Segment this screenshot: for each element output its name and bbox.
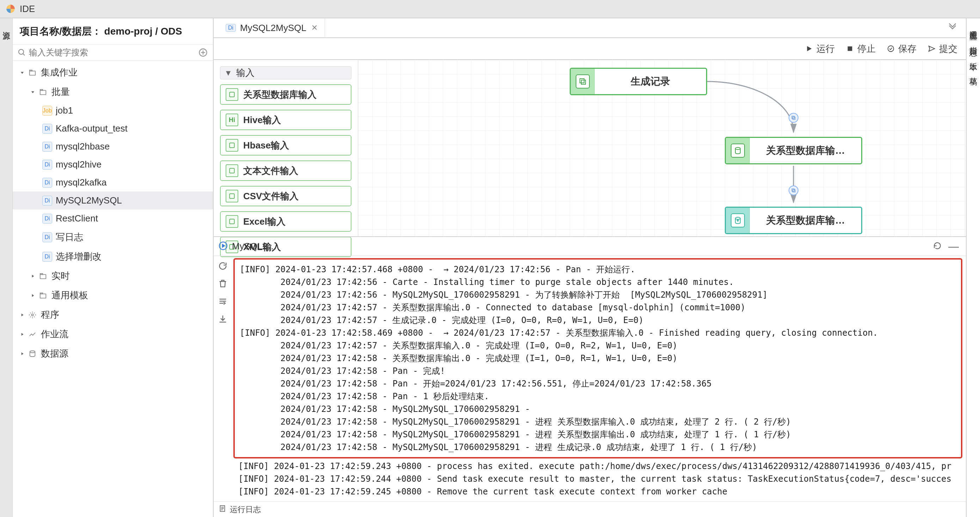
tree-item[interactable]: 数据源: [13, 344, 213, 363]
palette-item-icon: [226, 139, 238, 152]
console-tools: [214, 256, 232, 501]
tree-item[interactable]: DiRestClient: [13, 209, 213, 227]
tree-item-label: mysql2hbase: [56, 141, 207, 152]
palette-item[interactable]: Hbase输入: [220, 135, 352, 156]
right-rail-item[interactable]: 版本: [968, 50, 978, 65]
right-rail-item[interactable]: 草稿: [968, 65, 978, 79]
canvas-node[interactable]: 生成记录: [570, 68, 707, 95]
svg-point-39: [735, 217, 740, 219]
expand-tabs-icon[interactable]: [944, 22, 961, 34]
tree-item-label: 作业流: [41, 328, 207, 340]
tree-item-label: MySQL2MySQL: [56, 195, 207, 206]
canvas-node[interactable]: 关系型数据库输…: [725, 207, 862, 234]
tree-item[interactable]: 批量: [13, 82, 213, 102]
tab-label: MySQL2MySQL: [240, 22, 306, 34]
stop-button[interactable]: 停止: [846, 43, 876, 55]
palette-item[interactable]: 关系型数据库输入: [220, 84, 352, 105]
save-button[interactable]: 保存: [887, 43, 916, 55]
tree-item[interactable]: 集成作业: [13, 63, 213, 82]
palette-item-icon: [226, 190, 238, 203]
svg-rect-17: [40, 293, 43, 294]
search-icon: [18, 48, 26, 57]
tree-item-label: 集成作业: [41, 66, 207, 79]
left-rail-label[interactable]: 资源: [1, 26, 12, 27]
folder-icon: [38, 87, 48, 97]
minimize-icon[interactable]: —: [946, 241, 961, 252]
node-label: 关系型数据库输…: [750, 214, 861, 227]
search-row: [13, 45, 213, 61]
svg-rect-34: [792, 189, 794, 191]
tree-item[interactable]: 实时: [13, 266, 213, 286]
console-tab-label[interactable]: MySQL2…: [232, 241, 277, 252]
job-badge-icon: Job: [42, 106, 52, 116]
palette-item[interactable]: CSV文件输入: [220, 186, 352, 206]
connection-handle-icon[interactable]: [789, 185, 799, 195]
palette-item[interactable]: Excel输入: [220, 211, 352, 232]
svg-rect-29: [229, 194, 234, 198]
wrap-icon[interactable]: [218, 296, 228, 308]
tree-item[interactable]: DiMySQL2MySQL: [13, 191, 213, 209]
di-badge-icon: Di: [42, 160, 52, 170]
svg-rect-36: [580, 79, 584, 83]
svg-rect-16: [40, 294, 46, 298]
right-rail-item[interactable]: 指标日志: [968, 34, 978, 50]
di-badge-icon: Di: [42, 232, 52, 242]
search-input[interactable]: [29, 48, 198, 57]
di-badge-icon: Di: [226, 24, 236, 32]
tree-item[interactable]: Dimysql2hbase: [13, 137, 213, 156]
di-badge-icon: Di: [42, 124, 52, 134]
canvas[interactable]: 生成记录关系型数据库输…关系型数据库输…: [358, 60, 966, 236]
svg-rect-14: [40, 273, 43, 274]
svg-rect-30: [229, 219, 234, 223]
trash-icon[interactable]: [218, 279, 228, 290]
tree-item[interactable]: DiKafka-output_test: [13, 120, 213, 137]
tree-item[interactable]: 通用模板: [13, 286, 213, 305]
svg-rect-32: [792, 116, 794, 118]
add-circle-icon[interactable]: [198, 48, 208, 57]
tree-item[interactable]: Jobjob1: [13, 102, 213, 120]
close-icon[interactable]: ✕: [311, 23, 318, 32]
di-badge-icon: Di: [42, 252, 52, 262]
tree-item-label: 程序: [41, 309, 207, 321]
download-icon[interactable]: [218, 314, 228, 325]
submit-button[interactable]: 提交: [928, 43, 958, 55]
svg-rect-8: [30, 70, 32, 71]
tree-item[interactable]: Dimysql2hive: [13, 156, 213, 174]
palette-item[interactable]: 文本文件输入: [220, 160, 352, 181]
svg-marker-9: [31, 91, 34, 93]
left-rail: 资源: [0, 18, 13, 517]
tree-item[interactable]: 程序: [13, 305, 213, 324]
tree-item-label: RestClient: [56, 213, 207, 224]
node-icon: [731, 213, 745, 227]
tree-item-label: 实时: [51, 270, 207, 282]
palette-section-header[interactable]: ▾ 输入: [220, 66, 352, 79]
tree-item[interactable]: Di选择增删改: [13, 247, 213, 266]
rerun-icon[interactable]: [218, 261, 228, 272]
svg-rect-28: [229, 168, 234, 173]
svg-point-19: [31, 314, 33, 316]
right-rail-item[interactable]: 通用配置: [968, 18, 978, 34]
tree: 集成作业批量Jobjob1DiKafka-output_testDimysql2…: [13, 61, 213, 517]
tab-active[interactable]: Di MySQL2MySQL ✕: [219, 18, 325, 37]
palette: ▾ 输入 关系型数据库输入HiHive输入Hbase输入文本文件输入CSV文件输…: [214, 60, 358, 236]
svg-point-1: [19, 49, 24, 54]
connection-handle-icon[interactable]: [789, 113, 799, 123]
svg-point-25: [888, 46, 894, 52]
palette-item-icon: [226, 88, 238, 101]
node-label: 关系型数据库输…: [750, 144, 861, 157]
canvas-node[interactable]: 关系型数据库输…: [725, 137, 862, 164]
tree-item[interactable]: 作业流: [13, 324, 213, 344]
console-header: MySQL2… —: [214, 237, 966, 256]
palette-item-icon: Hi: [226, 113, 238, 126]
tree-item-label: mysql2kafka: [56, 177, 207, 188]
tree-item[interactable]: Dimysql2kafka: [13, 174, 213, 191]
tree-item[interactable]: Di写日志: [13, 227, 213, 247]
palette-item[interactable]: HiHive输入: [220, 110, 352, 130]
run-button[interactable]: 运行: [805, 43, 835, 55]
titlebar: IDE: [0, 0, 980, 18]
di-badge-icon: Di: [42, 178, 52, 188]
console-footer-label[interactable]: 运行日志: [230, 504, 261, 515]
di-badge-icon: Di: [42, 214, 52, 223]
di-badge-icon: Di: [42, 142, 52, 152]
refresh-icon[interactable]: [933, 241, 942, 252]
